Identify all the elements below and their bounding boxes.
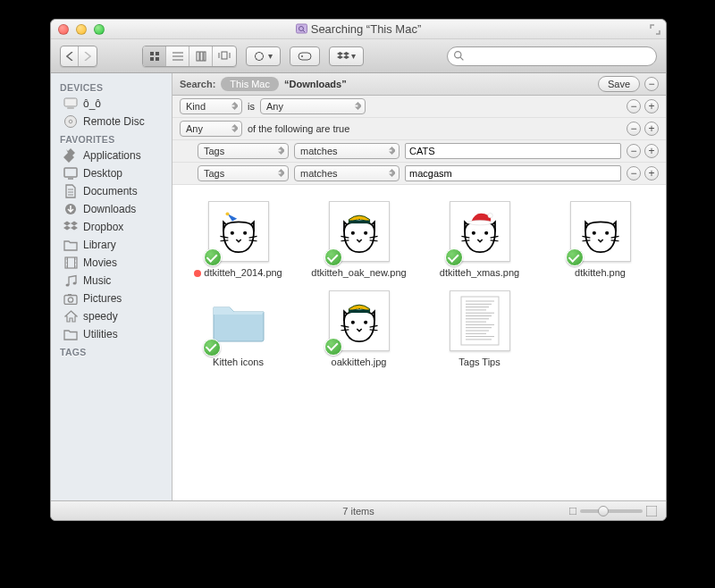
sidebar-item-label: Applications (83, 149, 141, 162)
svg-rect-3 (150, 52, 154, 55)
criteria-attribute-select[interactable]: Tags (198, 165, 289, 181)
remove-criteria-button[interactable]: − (627, 144, 641, 158)
scope-label: Search: (180, 79, 215, 89)
icon-grid[interactable]: dtkitteh_2014.png A dtkitteh_oak_new.png… (172, 185, 666, 500)
sidebar-item-label: Documents (83, 185, 138, 197)
scope-downloads[interactable]: “Downloads” (284, 79, 347, 89)
svg-rect-20 (67, 107, 74, 109)
criteria-group-select[interactable]: Any (180, 121, 242, 137)
sidebar-item-desktop[interactable]: Desktop (51, 164, 172, 182)
synced-badge-icon (203, 339, 221, 357)
zoom-button[interactable] (94, 24, 105, 35)
zoom-small-icon (569, 508, 576, 515)
sidebar-item-downloads[interactable]: Downloads (51, 200, 172, 218)
criteria-row-1: Kind is Any −+ (172, 96, 666, 118)
list-view-button[interactable] (166, 46, 189, 66)
svg-rect-29 (65, 257, 77, 268)
add-criteria-button[interactable]: + (644, 122, 659, 136)
titlebar[interactable]: Searching “This Mac” (51, 20, 666, 39)
svg-rect-12 (204, 52, 206, 61)
svg-rect-13 (222, 52, 227, 59)
svg-rect-0 (296, 24, 307, 33)
file-item[interactable]: Tags Tips (419, 290, 540, 369)
svg-text:A: A (357, 303, 361, 309)
dropbox-menu-button[interactable]: ▾ (329, 46, 364, 66)
criteria-operator-select[interactable]: matches (294, 143, 400, 159)
add-criteria-button[interactable]: + (644, 99, 659, 113)
sidebar-item-library[interactable]: Library (51, 236, 172, 254)
sidebar-item-label: Desktop (83, 167, 122, 180)
icon-view-button[interactable] (143, 46, 166, 66)
file-name: dtkitteh.png (547, 267, 654, 280)
file-item[interactable]: dtkitteh.png (540, 201, 660, 280)
svg-point-38 (65, 283, 69, 286)
sidebar-item-label: Remote Disc (83, 115, 145, 128)
nav-buttons (60, 46, 97, 67)
action-menu-button[interactable]: ▾ (246, 46, 281, 66)
sidebar-item-documents[interactable]: Documents (51, 182, 172, 200)
remove-criteria-button[interactable]: − (627, 99, 641, 113)
svg-point-32 (65, 258, 66, 259)
sidebar-item-home[interactable]: speedy (51, 307, 172, 325)
file-name: dtkitteh_xmas.png (426, 267, 534, 280)
tag-menu-button[interactable] (290, 46, 320, 66)
icon-size-slider[interactable] (569, 506, 657, 517)
file-item[interactable]: A oakkitteh.jpg (299, 290, 419, 369)
save-search-button[interactable]: Save (598, 76, 640, 92)
status-bar: 7 items (51, 500, 666, 520)
forward-button[interactable] (79, 46, 97, 66)
criteria-operator-select[interactable]: matches (294, 165, 400, 181)
back-button[interactable] (61, 46, 79, 66)
file-thumbnail (450, 201, 510, 262)
home-icon (63, 309, 78, 323)
sidebar-section-tags: TAGS (51, 343, 172, 359)
sidebar-item-label: speedy (83, 310, 118, 323)
criteria-attribute-select[interactable]: Kind (180, 98, 242, 114)
documents-icon (63, 184, 78, 198)
criteria-row-3: Tags matches −+ (172, 140, 666, 163)
remove-criteria-button[interactable]: − (627, 122, 641, 136)
sidebar-item-label: ô_ô (83, 97, 101, 110)
criteria-value-input[interactable] (405, 165, 621, 181)
file-item[interactable]: A dtkitteh_oak_new.png (299, 201, 419, 280)
scope-this-mac[interactable]: This Mac (221, 77, 279, 91)
sidebar-item-utilities[interactable]: Utilities (51, 325, 172, 343)
remove-criteria-button[interactable]: − (627, 166, 641, 181)
file-name: oakkitteh.jpg (306, 357, 413, 369)
sidebar-item-music[interactable]: Music (51, 272, 172, 290)
svg-rect-4 (156, 52, 159, 55)
sidebar-item-remote-disc[interactable]: Remote Disc (51, 113, 172, 130)
file-item[interactable]: Kitteh icons (178, 290, 299, 369)
file-item[interactable]: dtkitteh_xmas.png (419, 201, 540, 280)
criteria-value-input[interactable] (405, 143, 621, 159)
file-item[interactable]: dtkitteh_2014.png (178, 201, 299, 280)
applications-icon (63, 148, 78, 163)
svg-point-36 (75, 262, 76, 263)
sidebar-item-movies[interactable]: Movies (51, 254, 172, 272)
close-button[interactable] (58, 24, 69, 35)
file-thumbnail (208, 201, 269, 262)
window-title: Searching “This Mac” (51, 22, 666, 36)
svg-point-34 (65, 265, 66, 266)
coverflow-view-button[interactable] (213, 46, 236, 66)
svg-rect-63 (569, 508, 576, 515)
sidebar-item-mac[interactable]: ô_ô (51, 95, 172, 113)
add-criteria-button[interactable]: + (644, 166, 659, 181)
sidebar-item-label: Movies (83, 256, 117, 269)
svg-point-35 (75, 258, 76, 259)
search-input[interactable] (447, 46, 657, 66)
criteria-value-select[interactable]: Any (260, 98, 366, 114)
criteria-attribute-select[interactable]: Tags (198, 143, 289, 159)
svg-point-1 (299, 27, 303, 31)
synced-badge-icon (324, 338, 342, 356)
column-view-button[interactable] (189, 46, 213, 66)
add-criteria-button[interactable]: + (644, 144, 659, 158)
sidebar-item-dropbox[interactable]: Dropbox (51, 218, 172, 236)
downloads-icon (63, 202, 78, 216)
fullscreen-button[interactable] (650, 24, 660, 35)
dropbox-icon (63, 220, 78, 234)
sidebar-item-pictures[interactable]: Pictures (51, 290, 172, 307)
sidebar-item-applications[interactable]: Applications (51, 147, 172, 164)
remove-search-button[interactable]: − (644, 77, 659, 91)
minimize-button[interactable] (76, 24, 87, 35)
